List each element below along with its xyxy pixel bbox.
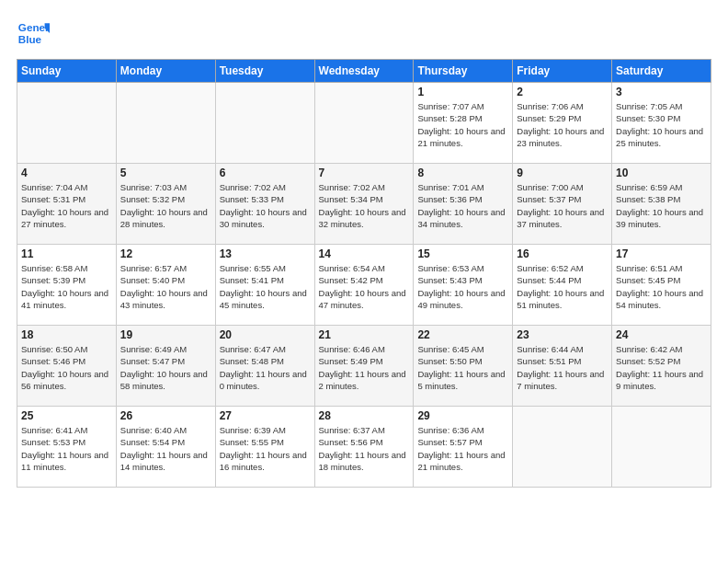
calendar-day-header: Monday xyxy=(116,60,215,83)
day-number: 7 xyxy=(319,167,410,179)
page-container: General Blue SundayMondayTuesdayWednesda… xyxy=(0,0,728,497)
day-number: 11 xyxy=(21,247,112,260)
day-info: Sunrise: 6:57 AMSunset: 5:40 PMDaylight:… xyxy=(120,262,211,311)
calendar-day-header: Saturday xyxy=(612,60,711,83)
day-info: Sunrise: 6:44 AMSunset: 5:51 PMDaylight:… xyxy=(517,343,608,392)
calendar-day-header: Sunday xyxy=(17,60,117,83)
calendar-day-cell: 16Sunrise: 6:52 AMSunset: 5:44 PMDayligh… xyxy=(513,245,612,326)
day-number: 19 xyxy=(120,328,211,341)
day-number: 29 xyxy=(417,409,508,422)
day-number: 9 xyxy=(517,167,608,179)
calendar-day-cell xyxy=(513,407,612,488)
day-number: 4 xyxy=(21,167,112,179)
day-number: 16 xyxy=(517,247,608,260)
calendar-week-row: 1Sunrise: 7:07 AMSunset: 5:28 PMDaylight… xyxy=(17,83,711,164)
calendar-day-cell: 27Sunrise: 6:39 AMSunset: 5:55 PMDayligh… xyxy=(215,407,314,488)
day-number: 24 xyxy=(616,328,707,341)
day-info: Sunrise: 6:55 AMSunset: 5:41 PMDaylight:… xyxy=(220,262,311,311)
day-info: Sunrise: 6:36 AMSunset: 5:57 PMDaylight:… xyxy=(417,424,508,473)
calendar-day-cell: 13Sunrise: 6:55 AMSunset: 5:41 PMDayligh… xyxy=(215,245,314,326)
day-info: Sunrise: 7:02 AMSunset: 5:34 PMDaylight:… xyxy=(319,181,410,230)
day-info: Sunrise: 7:03 AMSunset: 5:32 PMDaylight:… xyxy=(120,181,211,230)
day-info: Sunrise: 6:59 AMSunset: 5:38 PMDaylight:… xyxy=(616,181,707,230)
day-number: 2 xyxy=(517,86,608,98)
calendar-day-cell: 14Sunrise: 6:54 AMSunset: 5:42 PMDayligh… xyxy=(314,245,414,326)
calendar-day-cell: 3Sunrise: 7:05 AMSunset: 5:30 PMDaylight… xyxy=(612,83,711,164)
calendar-day-cell: 25Sunrise: 6:41 AMSunset: 5:53 PMDayligh… xyxy=(17,407,117,488)
day-info: Sunrise: 6:45 AMSunset: 5:50 PMDaylight:… xyxy=(417,343,508,392)
calendar-week-row: 18Sunrise: 6:50 AMSunset: 5:46 PMDayligh… xyxy=(17,326,711,407)
calendar-day-header: Tuesday xyxy=(215,60,314,83)
calendar-header-row: SundayMondayTuesdayWednesdayThursdayFrid… xyxy=(17,60,711,83)
calendar-day-cell: 22Sunrise: 6:45 AMSunset: 5:50 PMDayligh… xyxy=(414,326,513,407)
day-info: Sunrise: 6:52 AMSunset: 5:44 PMDaylight:… xyxy=(517,262,608,311)
day-info: Sunrise: 7:06 AMSunset: 5:29 PMDaylight:… xyxy=(517,100,608,149)
day-number: 26 xyxy=(120,409,211,422)
day-number: 3 xyxy=(616,86,707,98)
calendar-day-cell: 12Sunrise: 6:57 AMSunset: 5:40 PMDayligh… xyxy=(116,245,215,326)
page-header: General Blue xyxy=(17,17,711,50)
calendar-day-cell xyxy=(17,83,117,164)
day-info: Sunrise: 6:49 AMSunset: 5:47 PMDaylight:… xyxy=(120,343,211,392)
day-info: Sunrise: 6:47 AMSunset: 5:48 PMDaylight:… xyxy=(220,343,311,392)
day-number: 10 xyxy=(616,167,707,179)
calendar-table: SundayMondayTuesdayWednesdayThursdayFrid… xyxy=(17,59,711,488)
day-info: Sunrise: 7:07 AMSunset: 5:28 PMDaylight:… xyxy=(417,100,508,149)
day-info: Sunrise: 7:01 AMSunset: 5:36 PMDaylight:… xyxy=(417,181,508,230)
day-number: 22 xyxy=(417,328,508,341)
calendar-day-cell: 29Sunrise: 6:36 AMSunset: 5:57 PMDayligh… xyxy=(414,407,513,488)
day-number: 13 xyxy=(220,247,311,260)
day-number: 8 xyxy=(417,167,508,179)
day-info: Sunrise: 7:04 AMSunset: 5:31 PMDaylight:… xyxy=(21,181,112,230)
day-info: Sunrise: 7:00 AMSunset: 5:37 PMDaylight:… xyxy=(517,181,608,230)
day-info: Sunrise: 6:41 AMSunset: 5:53 PMDaylight:… xyxy=(21,424,112,473)
calendar-day-cell: 10Sunrise: 6:59 AMSunset: 5:38 PMDayligh… xyxy=(612,164,711,245)
calendar-day-cell: 18Sunrise: 6:50 AMSunset: 5:46 PMDayligh… xyxy=(17,326,117,407)
calendar-week-row: 25Sunrise: 6:41 AMSunset: 5:53 PMDayligh… xyxy=(17,407,711,488)
calendar-day-cell: 8Sunrise: 7:01 AMSunset: 5:36 PMDaylight… xyxy=(414,164,513,245)
calendar-day-cell: 28Sunrise: 6:37 AMSunset: 5:56 PMDayligh… xyxy=(314,407,414,488)
calendar-day-cell: 9Sunrise: 7:00 AMSunset: 5:37 PMDaylight… xyxy=(513,164,612,245)
calendar-day-cell: 19Sunrise: 6:49 AMSunset: 5:47 PMDayligh… xyxy=(116,326,215,407)
day-number: 18 xyxy=(21,328,112,341)
day-info: Sunrise: 6:51 AMSunset: 5:45 PMDaylight:… xyxy=(616,262,707,311)
calendar-day-header: Thursday xyxy=(414,60,513,83)
calendar-day-cell xyxy=(314,83,414,164)
day-info: Sunrise: 6:37 AMSunset: 5:56 PMDaylight:… xyxy=(319,424,410,473)
calendar-week-row: 4Sunrise: 7:04 AMSunset: 5:31 PMDaylight… xyxy=(17,164,711,245)
day-number: 25 xyxy=(21,409,112,422)
calendar-day-header: Wednesday xyxy=(314,60,414,83)
day-info: Sunrise: 7:05 AMSunset: 5:30 PMDaylight:… xyxy=(616,100,707,149)
day-number: 15 xyxy=(417,247,508,260)
day-info: Sunrise: 6:40 AMSunset: 5:54 PMDaylight:… xyxy=(120,424,211,473)
calendar-day-cell: 6Sunrise: 7:02 AMSunset: 5:33 PMDaylight… xyxy=(215,164,314,245)
day-number: 27 xyxy=(220,409,311,422)
day-info: Sunrise: 6:39 AMSunset: 5:55 PMDaylight:… xyxy=(220,424,311,473)
day-number: 20 xyxy=(220,328,311,341)
day-info: Sunrise: 6:42 AMSunset: 5:52 PMDaylight:… xyxy=(616,343,707,392)
day-info: Sunrise: 6:54 AMSunset: 5:42 PMDaylight:… xyxy=(319,262,410,311)
calendar-day-cell: 11Sunrise: 6:58 AMSunset: 5:39 PMDayligh… xyxy=(17,245,117,326)
calendar-day-cell: 2Sunrise: 7:06 AMSunset: 5:29 PMDaylight… xyxy=(513,83,612,164)
day-info: Sunrise: 6:50 AMSunset: 5:46 PMDaylight:… xyxy=(21,343,112,392)
calendar-day-cell: 15Sunrise: 6:53 AMSunset: 5:43 PMDayligh… xyxy=(414,245,513,326)
calendar-day-cell: 4Sunrise: 7:04 AMSunset: 5:31 PMDaylight… xyxy=(17,164,117,245)
day-number: 14 xyxy=(319,247,410,260)
svg-text:Blue: Blue xyxy=(18,33,42,45)
logo-icon: General Blue xyxy=(17,17,50,50)
calendar-day-cell: 26Sunrise: 6:40 AMSunset: 5:54 PMDayligh… xyxy=(116,407,215,488)
calendar-day-cell: 7Sunrise: 7:02 AMSunset: 5:34 PMDaylight… xyxy=(314,164,414,245)
calendar-day-cell: 17Sunrise: 6:51 AMSunset: 5:45 PMDayligh… xyxy=(612,245,711,326)
day-number: 28 xyxy=(319,409,410,422)
day-number: 1 xyxy=(417,86,508,98)
logo: General Blue xyxy=(17,17,50,50)
day-number: 23 xyxy=(517,328,608,341)
calendar-day-cell: 23Sunrise: 6:44 AMSunset: 5:51 PMDayligh… xyxy=(513,326,612,407)
calendar-day-cell: 24Sunrise: 6:42 AMSunset: 5:52 PMDayligh… xyxy=(612,326,711,407)
day-info: Sunrise: 6:58 AMSunset: 5:39 PMDaylight:… xyxy=(21,262,112,311)
calendar-day-cell: 5Sunrise: 7:03 AMSunset: 5:32 PMDaylight… xyxy=(116,164,215,245)
calendar-day-cell xyxy=(116,83,215,164)
day-number: 17 xyxy=(616,247,707,260)
day-info: Sunrise: 6:46 AMSunset: 5:49 PMDaylight:… xyxy=(319,343,410,392)
day-info: Sunrise: 6:53 AMSunset: 5:43 PMDaylight:… xyxy=(417,262,508,311)
